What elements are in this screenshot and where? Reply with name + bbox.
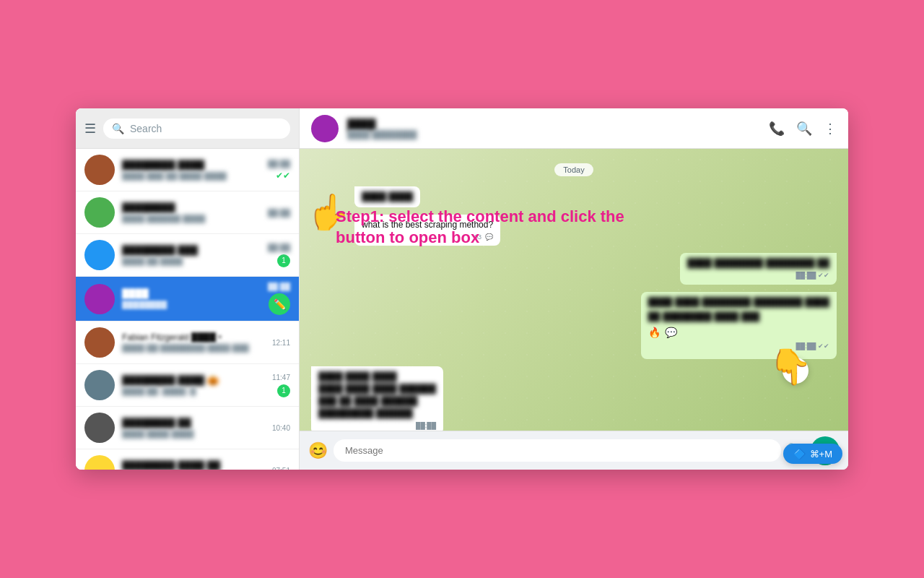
chat-info: Fabian Fitzgerald ████ • ████ ██ ███████… <box>122 332 265 353</box>
chat-header-status: ████ ████████ <box>347 130 760 139</box>
chat-item[interactable]: Fabian Fitzgerald ████ • ████ ██ ███████… <box>76 322 299 364</box>
message-text: ████ ████ ████████ ████ ████ █████████ █… <box>318 371 436 419</box>
chat-name: ████████ ██ <box>122 418 265 428</box>
chat-item[interactable]: ████████ ████ 🎃 ████ ██ (████):█ 11:47 1 <box>76 364 299 407</box>
chat-item[interactable]: ████████ ████ ████ ███ ██ ████ ████ ██:█… <box>76 149 299 191</box>
header-actions: 📞 🔍 ⋮ <box>769 121 837 137</box>
chat-info: ████ ████████ <box>122 288 261 309</box>
chat-time: ██:██ <box>268 243 290 251</box>
avatar <box>84 413 115 443</box>
unread-badge: 1 <box>277 384 290 397</box>
chat-header-info: ████ ████ ████████ <box>347 118 760 139</box>
chat-item[interactable]: ████████ ████ ██ ████ ██ ████ 07:51 <box>76 449 299 470</box>
sidebar: ☰ 🔍 Search ████████ ████ ████ ███ ██ ███… <box>76 108 300 470</box>
message-received: ████ ████ ████████ ████ ████ █████████ █… <box>311 366 443 431</box>
avatar <box>84 455 115 470</box>
message-sent: ████ ████████ ████████ ██ ██:██ ✔✔ <box>680 253 837 284</box>
chat-info: ████████ ███ ████ ██ ████ <box>122 245 261 266</box>
plugin-button[interactable]: 🔷 ⌘+M <box>783 444 842 464</box>
date-badge: Today <box>554 163 593 176</box>
plugin-icon: 🔷 <box>793 448 806 460</box>
chat-time: 11:47 <box>272 374 290 381</box>
pointer-left-icon: 👆 <box>307 192 350 233</box>
unread-badge: 1 <box>277 254 290 267</box>
chat-name: ████████ <box>122 202 261 213</box>
chat-item[interactable]: ████████ ████ ██████ ████ ██:██ <box>76 191 299 234</box>
main-body: ☰ 🔍 Search ████████ ████ ████ ███ ██ ███… <box>76 108 848 470</box>
avatar <box>84 327 115 358</box>
chat-name: ████████ ███ <box>122 245 261 256</box>
message-sent: ████ ████ ████████ ████████ ████ ██ ████… <box>641 292 837 360</box>
scroll-down-button[interactable]: ↓ <box>783 358 808 384</box>
message-text: ████ ████ <box>362 191 413 203</box>
chat-meta: ██:██ <box>268 209 290 217</box>
chat-meta: 10:40 <box>272 424 290 432</box>
edit-button[interactable]: ✏️ <box>269 293 290 315</box>
chat-preview: ████ ██ ████ <box>122 257 261 266</box>
message-received: ████ ████ <box>354 186 420 207</box>
chat-time: ██:██ <box>268 160 290 168</box>
message-received: what is the best scraping method? 03 💬 <box>354 215 500 246</box>
message-input[interactable] <box>334 439 781 462</box>
app-window: ☰ 🔍 Search ████████ ████ ████ ███ ██ ███… <box>76 108 848 470</box>
chat-header-name: ████ <box>347 118 760 130</box>
chat-time: 12:11 <box>272 339 290 347</box>
message-text: ████ ████████ ████████ ██ <box>687 257 829 269</box>
sidebar-header: ☰ 🔍 Search <box>76 108 299 149</box>
phone-icon[interactable]: 📞 <box>769 121 785 137</box>
search-bar[interactable]: 🔍 Search <box>103 118 290 139</box>
chat-meta: 12:11 <box>272 339 290 347</box>
chat-preview: ████ ██████ ████ <box>122 215 261 223</box>
chat-item[interactable]: ████████ ███ ████ ██ ████ ██:██ 1 <box>76 234 299 277</box>
chat-info: ████████ ██ ████ ████ ████ <box>122 418 265 439</box>
message-time: ██:██ ✔✔ <box>687 271 829 280</box>
chat-preview: ████ ███ ██ ████ ████ <box>122 172 261 181</box>
avatar <box>84 197 115 228</box>
chat-meta: ██:██ ✔✔ <box>268 160 290 181</box>
chat-time: 10:40 <box>272 424 290 432</box>
chat-name: Fabian Fitzgerald ████ • <box>122 332 265 342</box>
chat-preview: ████████ <box>122 301 261 309</box>
chat-list: ████████ ████ ████ ███ ██ ████ ████ ██:█… <box>76 149 299 470</box>
chat-meta: 07:51 <box>272 467 290 470</box>
chat-meta: 11:47 1 <box>272 374 290 397</box>
plugin-label: ⌘+M <box>810 449 832 460</box>
chat-time: 07:51 <box>272 467 290 470</box>
search-label: Search <box>130 123 162 134</box>
message-input-area: 😊 📎 🎤 🔷 ⌘+M <box>300 431 848 470</box>
more-options-icon[interactable]: ⋮ <box>824 121 837 137</box>
chat-preview: ████ ██ ████████ ████ ███ <box>122 344 265 353</box>
chat-name: ████████ ████ <box>122 160 261 171</box>
chat-area: ████ ████ ████████ 📞 🔍 ⋮ 👆 Today ████ ██… <box>300 108 848 470</box>
chat-time: ██:██ <box>268 282 290 290</box>
chat-item-active[interactable]: ████ ████████ ██:██ ✏️ <box>76 277 299 322</box>
avatar <box>84 155 115 185</box>
chat-preview: ████ ████ ████ <box>122 430 265 439</box>
search-chat-icon[interactable]: 🔍 <box>796 121 812 137</box>
avatar <box>84 240 115 270</box>
chat-name: ████████ ████ 🎃 <box>122 375 265 386</box>
message-text: ████ ████ ████████ ████████ ████ <box>648 296 829 309</box>
message-time: ██:██ ✔✔ <box>648 342 829 351</box>
chat-preview: ████ ██ (████):█ <box>122 387 265 396</box>
chat-header-avatar <box>311 115 339 142</box>
chat-time: ██:██ <box>268 209 290 217</box>
chat-meta: ██:██ ✏️ <box>268 282 290 315</box>
search-icon: 🔍 <box>112 123 124 134</box>
chat-name: ████ <box>122 288 261 299</box>
chat-info: ████████ ████ 🎃 ████ ██ (████):█ <box>122 375 265 396</box>
chat-item[interactable]: ████████ ██ ████ ████ ████ 10:40 <box>76 407 299 449</box>
avatar <box>84 284 115 314</box>
chat-info: ████████ ████ ██ ████ ██ ████ <box>122 460 265 470</box>
emoji-button[interactable]: 😊 <box>308 441 328 460</box>
menu-icon[interactable]: ☰ <box>84 121 96 137</box>
chat-info: ████████ ████ ██████ ████ <box>122 202 261 223</box>
message-text: ██ ████████ ████ ███ <box>648 311 829 323</box>
chat-header: ████ ████ ████████ 📞 🔍 ⋮ <box>300 108 848 149</box>
message-time: ██:██ <box>318 421 436 431</box>
chat-messages: 👆 Today ████ ████ what is the best scrap… <box>300 149 848 431</box>
chat-name: ████████ ████ ██ <box>122 460 265 470</box>
message-time: 03 💬 <box>362 233 493 242</box>
avatar <box>84 370 115 400</box>
chat-info: ████████ ████ ████ ███ ██ ████ ████ <box>122 160 261 181</box>
